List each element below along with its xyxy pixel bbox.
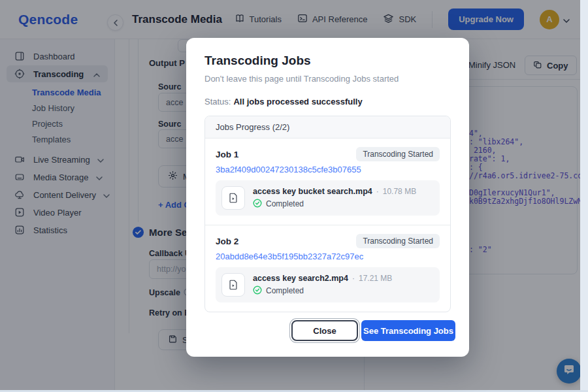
see-transcoding-jobs-button[interactable]: See Transcoding Jobs — [361, 320, 455, 341]
job-name: Job 1 — [216, 150, 238, 159]
file-card: access key search2.mp4 · 17.21 MB Comple… — [216, 267, 440, 302]
job-name: Job 2 — [216, 237, 238, 246]
file-status: Completed — [266, 286, 304, 295]
status-line: Status:All jobs processed successfully — [204, 97, 451, 106]
job-status-badge: Transcoding Started — [356, 234, 440, 248]
file-size: 10.78 MB — [383, 187, 416, 196]
job-row: Job 2 Transcoding Started 20abdd8e64e3b5… — [205, 225, 450, 312]
file-size: 17.21 MB — [359, 274, 392, 283]
vertical-scrollbar[interactable] — [580, 0, 588, 392]
job-status-badge: Transcoding Started — [356, 147, 440, 161]
job-id-link[interactable]: 3ba2f409d00247230138c5cfe3b07655 — [216, 165, 440, 174]
check-circle-icon — [253, 199, 262, 210]
status-label: Status: — [204, 97, 231, 106]
job-row: Job 1 Transcoding Started 3ba2f409d00247… — [205, 139, 450, 225]
app-root: Qencode Transcode Media Tutorials API Re… — [0, 0, 588, 392]
file-name: access key search2.mp4 — [253, 274, 348, 283]
dot-separator: · — [352, 274, 355, 283]
status-value: All jobs processed successfully — [233, 97, 362, 106]
modal-footer: Close See Transcoding Jobs — [291, 320, 455, 341]
jobs-progress-panel: Jobs Progress (2/2) Job 1 Transcoding St… — [204, 116, 451, 312]
video-file-icon — [221, 273, 245, 297]
file-name: access key bucket search.mp4 — [253, 187, 372, 196]
job-id-link[interactable]: 20abdd8e64e3b5f195bb2327a72c97ec — [216, 252, 440, 261]
dot-separator: · — [376, 187, 379, 196]
video-file-icon — [221, 186, 245, 210]
check-circle-icon — [253, 286, 262, 297]
transcoding-jobs-modal: Transcoding Jobs Don't leave this page u… — [186, 38, 469, 357]
modal-subtitle: Don't leave this page until Transcoding … — [204, 74, 451, 84]
jobs-progress-header: Jobs Progress (2/2) — [205, 116, 450, 139]
file-status: Completed — [266, 199, 304, 208]
modal-title: Transcoding Jobs — [204, 54, 451, 68]
file-card: access key bucket search.mp4 · 10.78 MB … — [216, 180, 440, 216]
close-button[interactable]: Close — [291, 320, 358, 341]
